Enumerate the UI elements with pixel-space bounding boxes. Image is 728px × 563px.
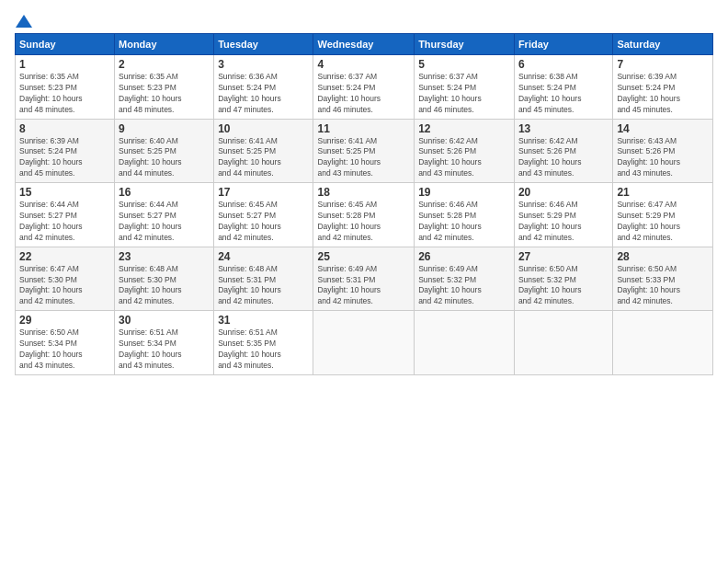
day-info: Sunrise: 6:50 AMSunset: 5:32 PMDaylight:…: [518, 264, 609, 308]
day-number: 31: [218, 314, 309, 327]
day-number: 5: [418, 58, 510, 71]
calendar-cell: [415, 311, 515, 375]
calendar-cell: 11 Sunrise: 6:41 AMSunset: 5:25 PMDaylig…: [313, 119, 415, 183]
calendar-header-wednesday: Wednesday: [313, 34, 415, 55]
day-number: 8: [19, 122, 110, 135]
day-info: Sunrise: 6:40 AMSunset: 5:25 PMDaylight:…: [119, 136, 210, 180]
day-info: Sunrise: 6:49 AMSunset: 5:32 PMDaylight:…: [418, 264, 510, 308]
day-info: Sunrise: 6:49 AMSunset: 5:31 PMDaylight:…: [317, 264, 410, 308]
day-number: 19: [418, 186, 510, 199]
calendar-cell: 20 Sunrise: 6:46 AMSunset: 5:29 PMDaylig…: [514, 183, 612, 247]
day-info: Sunrise: 6:43 AMSunset: 5:26 PMDaylight:…: [617, 136, 709, 180]
day-number: 25: [317, 250, 410, 263]
day-number: 18: [317, 186, 410, 199]
day-number: 1: [19, 58, 110, 71]
calendar-cell: 31 Sunrise: 6:51 AMSunset: 5:35 PMDaylig…: [214, 311, 313, 375]
svg-marker-0: [16, 15, 32, 28]
day-info: Sunrise: 6:50 AMSunset: 5:34 PMDaylight:…: [19, 327, 110, 372]
calendar-cell: 2 Sunrise: 6:35 AMSunset: 5:23 PMDayligh…: [115, 55, 214, 120]
calendar-cell: 16 Sunrise: 6:44 AMSunset: 5:27 PMDaylig…: [115, 183, 214, 247]
calendar-header-tuesday: Tuesday: [214, 34, 313, 55]
day-number: 26: [418, 250, 510, 263]
day-info: Sunrise: 6:45 AMSunset: 5:27 PMDaylight:…: [218, 200, 309, 244]
day-info: Sunrise: 6:46 AMSunset: 5:28 PMDaylight:…: [418, 200, 510, 244]
day-info: Sunrise: 6:39 AMSunset: 5:24 PMDaylight:…: [617, 72, 709, 116]
calendar-cell: 4 Sunrise: 6:37 AMSunset: 5:24 PMDayligh…: [313, 55, 415, 120]
day-number: 15: [19, 186, 110, 199]
day-number: 29: [19, 314, 110, 327]
logo-icon: [16, 15, 32, 28]
calendar-cell: 27 Sunrise: 6:50 AMSunset: 5:32 PMDaylig…: [514, 247, 612, 311]
day-number: 28: [617, 250, 709, 263]
day-info: Sunrise: 6:48 AMSunset: 5:30 PMDaylight:…: [119, 264, 210, 308]
calendar-cell: 25 Sunrise: 6:49 AMSunset: 5:31 PMDaylig…: [313, 247, 415, 311]
day-number: 2: [119, 58, 210, 71]
day-number: 16: [119, 186, 210, 199]
calendar-cell: 29 Sunrise: 6:50 AMSunset: 5:34 PMDaylig…: [16, 311, 115, 375]
calendar-cell: 28 Sunrise: 6:50 AMSunset: 5:33 PMDaylig…: [613, 247, 713, 311]
day-info: Sunrise: 6:46 AMSunset: 5:29 PMDaylight:…: [518, 200, 609, 244]
day-info: Sunrise: 6:35 AMSunset: 5:23 PMDaylight:…: [119, 72, 210, 116]
day-number: 23: [119, 250, 210, 263]
calendar-cell: [613, 311, 713, 375]
day-number: 27: [518, 250, 609, 263]
day-info: Sunrise: 6:51 AMSunset: 5:35 PMDaylight:…: [218, 327, 309, 372]
calendar-cell: 23 Sunrise: 6:48 AMSunset: 5:30 PMDaylig…: [115, 247, 214, 311]
calendar-cell: 8 Sunrise: 6:39 AMSunset: 5:24 PMDayligh…: [16, 119, 115, 183]
day-info: Sunrise: 6:48 AMSunset: 5:31 PMDaylight:…: [218, 264, 309, 308]
day-number: 30: [119, 314, 210, 327]
calendar-header-friday: Friday: [514, 34, 612, 55]
day-number: 4: [317, 58, 410, 71]
day-number: 3: [218, 58, 309, 71]
calendar-week-1: 1 Sunrise: 6:35 AMSunset: 5:23 PMDayligh…: [16, 55, 713, 120]
calendar-cell: [514, 311, 612, 375]
calendar-cell: 6 Sunrise: 6:38 AMSunset: 5:24 PMDayligh…: [514, 55, 612, 120]
calendar-cell: 15 Sunrise: 6:44 AMSunset: 5:27 PMDaylig…: [16, 183, 115, 247]
day-info: Sunrise: 6:37 AMSunset: 5:24 PMDaylight:…: [418, 72, 510, 116]
page-container: SundayMondayTuesdayWednesdayThursdayFrid…: [0, 0, 728, 383]
day-number: 6: [518, 58, 609, 71]
day-info: Sunrise: 6:47 AMSunset: 5:30 PMDaylight:…: [19, 264, 110, 308]
day-info: Sunrise: 6:42 AMSunset: 5:26 PMDaylight:…: [518, 136, 609, 180]
logo: [15, 15, 32, 28]
header-row: [15, 15, 713, 28]
calendar-week-4: 22 Sunrise: 6:47 AMSunset: 5:30 PMDaylig…: [16, 247, 713, 311]
calendar-cell: 21 Sunrise: 6:47 AMSunset: 5:29 PMDaylig…: [613, 183, 713, 247]
calendar-header-saturday: Saturday: [613, 34, 713, 55]
calendar-header-sunday: Sunday: [16, 34, 115, 55]
day-info: Sunrise: 6:44 AMSunset: 5:27 PMDaylight:…: [119, 200, 210, 244]
calendar-header-thursday: Thursday: [415, 34, 515, 55]
calendar-cell: 30 Sunrise: 6:51 AMSunset: 5:34 PMDaylig…: [115, 311, 214, 375]
day-info: Sunrise: 6:42 AMSunset: 5:26 PMDaylight:…: [418, 136, 510, 180]
day-info: Sunrise: 6:41 AMSunset: 5:25 PMDaylight:…: [317, 136, 410, 180]
calendar-cell: 13 Sunrise: 6:42 AMSunset: 5:26 PMDaylig…: [514, 119, 612, 183]
calendar-cell: 19 Sunrise: 6:46 AMSunset: 5:28 PMDaylig…: [415, 183, 515, 247]
day-info: Sunrise: 6:37 AMSunset: 5:24 PMDaylight:…: [317, 72, 410, 116]
day-number: 21: [617, 186, 709, 199]
day-number: 7: [617, 58, 709, 71]
calendar-cell: 9 Sunrise: 6:40 AMSunset: 5:25 PMDayligh…: [115, 119, 214, 183]
day-number: 22: [19, 250, 110, 263]
calendar-cell: 26 Sunrise: 6:49 AMSunset: 5:32 PMDaylig…: [415, 247, 515, 311]
day-info: Sunrise: 6:38 AMSunset: 5:24 PMDaylight:…: [518, 72, 609, 116]
day-info: Sunrise: 6:39 AMSunset: 5:24 PMDaylight:…: [19, 136, 110, 180]
day-number: 13: [518, 122, 609, 135]
calendar-week-3: 15 Sunrise: 6:44 AMSunset: 5:27 PMDaylig…: [16, 183, 713, 247]
day-info: Sunrise: 6:50 AMSunset: 5:33 PMDaylight:…: [617, 264, 709, 308]
calendar-cell: 1 Sunrise: 6:35 AMSunset: 5:23 PMDayligh…: [16, 55, 115, 120]
calendar-cell: 12 Sunrise: 6:42 AMSunset: 5:26 PMDaylig…: [415, 119, 515, 183]
day-info: Sunrise: 6:41 AMSunset: 5:25 PMDaylight:…: [218, 136, 309, 180]
calendar-cell: 24 Sunrise: 6:48 AMSunset: 5:31 PMDaylig…: [214, 247, 313, 311]
calendar-cell: 10 Sunrise: 6:41 AMSunset: 5:25 PMDaylig…: [214, 119, 313, 183]
day-number: 24: [218, 250, 309, 263]
day-info: Sunrise: 6:51 AMSunset: 5:34 PMDaylight:…: [119, 327, 210, 372]
calendar-cell: 3 Sunrise: 6:36 AMSunset: 5:24 PMDayligh…: [214, 55, 313, 120]
day-info: Sunrise: 6:47 AMSunset: 5:29 PMDaylight:…: [617, 200, 709, 244]
day-number: 17: [218, 186, 309, 199]
calendar-cell: 5 Sunrise: 6:37 AMSunset: 5:24 PMDayligh…: [415, 55, 515, 120]
calendar-table: SundayMondayTuesdayWednesdayThursdayFrid…: [15, 33, 713, 375]
day-number: 10: [218, 122, 309, 135]
calendar-week-2: 8 Sunrise: 6:39 AMSunset: 5:24 PMDayligh…: [16, 119, 713, 183]
day-number: 14: [617, 122, 709, 135]
day-number: 20: [518, 186, 609, 199]
